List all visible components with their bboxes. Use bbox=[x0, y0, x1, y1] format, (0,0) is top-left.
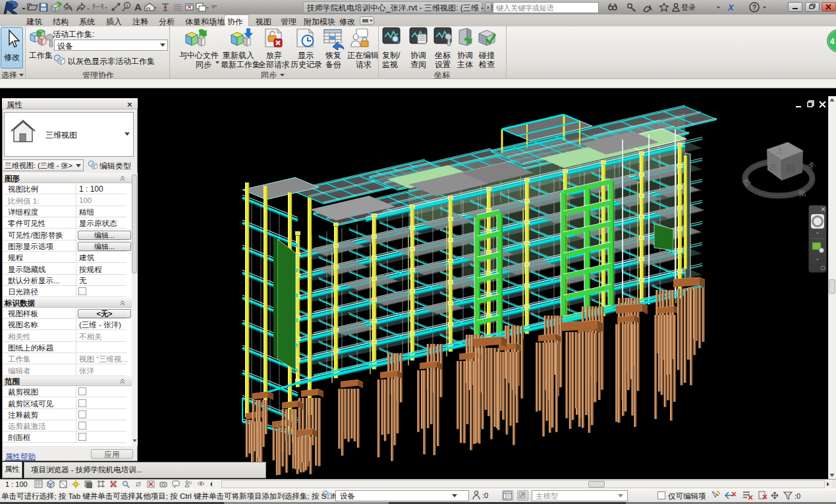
svg-text::0: :0 bbox=[482, 491, 488, 499]
svg-text:左: 左 bbox=[769, 163, 777, 171]
svg-text:上: 上 bbox=[776, 146, 783, 154]
svg-text::0: :0 bbox=[794, 492, 800, 500]
svg-text:前: 前 bbox=[786, 163, 796, 174]
